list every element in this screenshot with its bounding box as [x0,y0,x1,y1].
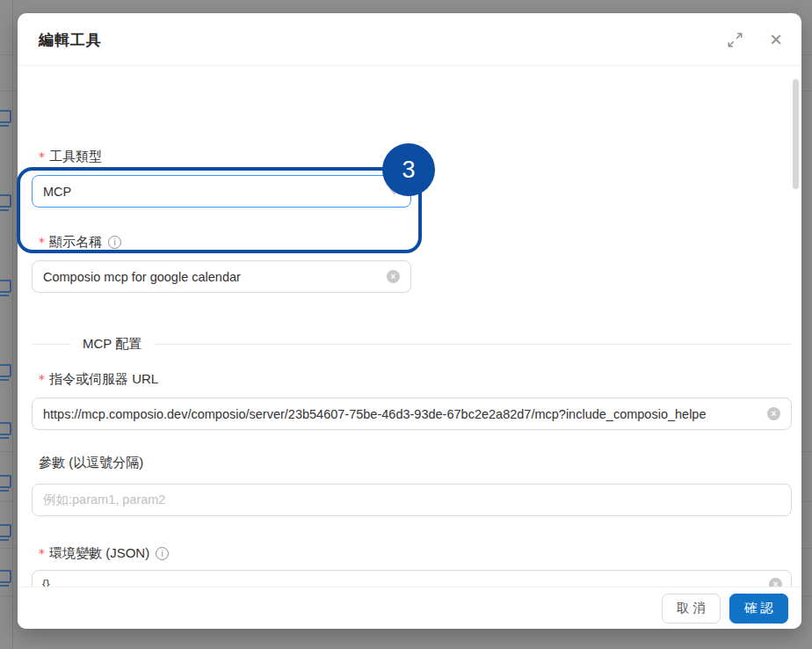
fullscreen-icon[interactable] [725,30,744,49]
dialog-title: 編輯工具 [39,13,102,66]
tool-list-icon [0,110,11,123]
confirm-button[interactable]: 確 認 [729,594,788,623]
display-name-input[interactable]: Composio mcp for google calendar × [32,260,411,293]
display-name-label-text: 顯示名稱 [49,234,102,251]
tool-list-icon [0,475,11,488]
server-url-label: * 指令或伺服器 URL [39,369,158,389]
background-sidebar-edge [12,0,13,649]
params-input[interactable]: 例如:param1, param2 [32,484,792,516]
tool-type-selected-value: MCP [43,185,382,199]
env-vars-label-text: 環境變數 (JSON) [49,545,149,562]
clear-icon[interactable]: × [769,578,782,587]
tool-list-icon [0,280,11,293]
cancel-button[interactable]: 取 消 [662,594,721,623]
dialog-header-actions: × [725,13,786,66]
mcp-config-section-title: MCP 配置 [83,336,141,353]
tool-list-icon [0,364,11,377]
mcp-config-section-divider: MCP 配置 [32,334,792,354]
tool-type-select[interactable]: MCP [32,175,411,208]
clear-icon[interactable]: × [387,270,400,283]
params-label-text: 參數 (以逗號分隔) [39,455,143,471]
edit-tool-dialog: 編輯工具 × * 工具類型 MCP * [18,13,801,629]
tool-list-icon [0,422,11,435]
env-vars-value: {} [42,577,50,587]
required-marker: * [39,149,45,164]
dialog-body: * 工具類型 MCP * 顯示名稱 i Composio mcp for goo… [18,66,801,587]
server-url-value: https://mcp.composio.dev/composio/server… [43,407,760,421]
env-vars-label: * 環境變數 (JSON) i [39,543,169,563]
info-icon[interactable]: i [108,236,121,249]
env-vars-textarea[interactable]: {} × [32,570,792,587]
tool-type-label-text: 工具類型 [49,149,102,165]
required-marker: * [39,546,45,560]
required-marker: * [39,372,45,386]
divider-line [154,344,792,345]
display-name-value: Composio mcp for google calendar [43,270,380,284]
tool-list-icon [0,194,11,208]
chevron-down-icon [389,188,400,195]
close-icon[interactable]: × [766,30,786,49]
display-name-label: * 顯示名稱 i [39,232,121,252]
scrollbar-thumb[interactable] [793,79,799,189]
dialog-footer: 取 消 確 認 [18,587,801,629]
required-marker: * [39,235,45,249]
server-url-input[interactable]: https://mcp.composio.dev/composio/server… [32,397,792,430]
params-placeholder: 例如:param1, param2 [43,492,780,508]
dialog-header: 編輯工具 × [18,13,801,66]
tool-type-label: * 工具類型 [39,147,102,166]
tool-list-icon [0,570,11,583]
server-url-label-text: 指令或伺服器 URL [49,371,158,388]
info-icon[interactable]: i [156,547,169,560]
clear-icon[interactable]: × [767,407,780,420]
tool-list-icon [0,524,11,537]
params-label: 參數 (以逗號分隔) [39,453,143,472]
divider-line [32,344,70,345]
